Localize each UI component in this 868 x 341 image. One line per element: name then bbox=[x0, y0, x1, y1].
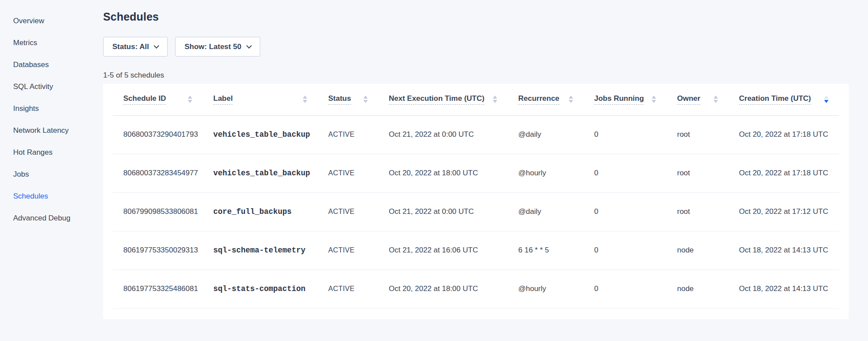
jobs-running-cell: 0 bbox=[584, 192, 667, 231]
schedule-id-cell: 806800373290401793 bbox=[113, 115, 203, 154]
page-title: Schedules bbox=[103, 11, 849, 23]
owner-cell: node bbox=[667, 231, 728, 270]
column-header-next-execution[interactable]: Next Execution Time (UTC) bbox=[389, 94, 497, 105]
main-content: Schedules Status: All Show: Latest 50 1-… bbox=[103, 0, 868, 341]
status-cell: ACTIVE bbox=[318, 231, 378, 270]
column-header-label[interactable]: Label bbox=[213, 94, 307, 105]
table-row: 806800373283454977 vehicles_table_backup… bbox=[113, 154, 839, 192]
next-execution-cell: Oct 21, 2022 at 0:00 UTC bbox=[378, 115, 508, 154]
jobs-running-cell: 0 bbox=[584, 154, 667, 192]
column-header-owner[interactable]: Owner bbox=[677, 94, 718, 105]
column-header-jobs-running[interactable]: Jobs Running bbox=[594, 94, 656, 105]
status-filter-dropdown[interactable]: Status: All bbox=[103, 37, 168, 57]
sidebar-item-hot-ranges[interactable]: Hot Ranges bbox=[13, 142, 103, 163]
creation-time-cell: Oct 20, 2022 at 17:18 UTC bbox=[728, 154, 839, 192]
schedule-label-cell: core_full_backups bbox=[203, 192, 318, 231]
column-header-status[interactable]: Status bbox=[328, 94, 368, 105]
sidebar-item-sql-activity[interactable]: SQL Activity bbox=[13, 76, 103, 98]
table-row: 806799098533806081 core_full_backups ACT… bbox=[113, 192, 839, 231]
owner-cell: root bbox=[667, 115, 728, 154]
column-header-recurrence[interactable]: Recurrence bbox=[518, 94, 573, 105]
creation-time-cell: Oct 18, 2022 at 14:13 UTC bbox=[728, 270, 839, 308]
sort-icon[interactable] bbox=[710, 96, 718, 103]
sidebar-item-insights[interactable]: Insights bbox=[13, 98, 103, 120]
next-execution-cell: Oct 20, 2022 at 18:00 UTC bbox=[378, 270, 508, 308]
filter-bar: Status: All Show: Latest 50 bbox=[103, 37, 849, 57]
sidebar-item-overview[interactable]: Overview bbox=[13, 10, 103, 32]
sidebar-item-jobs[interactable]: Jobs bbox=[13, 163, 103, 185]
recurrence-cell: @daily bbox=[508, 115, 584, 154]
schedule-label-cell: vehicles_table_backup bbox=[203, 154, 318, 192]
schedule-id-cell: 806197753350029313 bbox=[113, 231, 203, 270]
table-row: 806800373290401793 vehicles_table_backup… bbox=[113, 115, 839, 154]
sidebar-nav: Overview Metrics Databases SQL Activity … bbox=[0, 0, 103, 341]
show-filter-label: Show: Latest 50 bbox=[184, 43, 241, 51]
page: Overview Metrics Databases SQL Activity … bbox=[0, 0, 868, 341]
owner-cell: node bbox=[667, 270, 728, 308]
schedule-id-cell: 806800373283454977 bbox=[113, 154, 203, 192]
sidebar-item-network-latency[interactable]: Network Latency bbox=[13, 120, 103, 142]
schedule-id-cell: 806197753325486081 bbox=[113, 270, 203, 308]
column-header-creation-time[interactable]: Creation Time (UTC) bbox=[739, 94, 829, 105]
recurrence-cell: @daily bbox=[508, 192, 584, 231]
schedules-table: Schedule ID Label Status Next Execution … bbox=[113, 84, 839, 309]
sort-icon[interactable] bbox=[565, 96, 573, 103]
status-cell: ACTIVE bbox=[318, 270, 378, 308]
column-header-schedule-id[interactable]: Schedule ID bbox=[123, 94, 192, 105]
table-header-row: Schedule ID Label Status Next Execution … bbox=[113, 84, 839, 115]
owner-cell: root bbox=[667, 154, 728, 192]
schedule-label-cell: sql-stats-compaction bbox=[203, 270, 318, 308]
status-cell: ACTIVE bbox=[318, 115, 378, 154]
show-filter-dropdown[interactable]: Show: Latest 50 bbox=[175, 37, 260, 57]
sort-icon[interactable] bbox=[648, 96, 656, 103]
jobs-running-cell: 0 bbox=[584, 231, 667, 270]
chevron-down-icon bbox=[154, 43, 160, 49]
recurrence-cell: @hourly bbox=[508, 270, 584, 308]
sidebar-item-metrics[interactable]: Metrics bbox=[13, 32, 103, 54]
sidebar-item-databases[interactable]: Databases bbox=[13, 54, 103, 76]
status-cell: ACTIVE bbox=[318, 192, 378, 231]
sort-icon[interactable] bbox=[184, 96, 192, 103]
table-row: 806197753350029313 sql-schema-telemetry … bbox=[113, 231, 839, 270]
next-execution-cell: Oct 20, 2022 at 18:00 UTC bbox=[378, 154, 508, 192]
sort-icon[interactable] bbox=[489, 96, 497, 103]
owner-cell: root bbox=[667, 192, 728, 231]
next-execution-cell: Oct 21, 2022 at 0:00 UTC bbox=[378, 192, 508, 231]
sort-icon[interactable] bbox=[821, 96, 829, 103]
status-filter-label: Status: All bbox=[112, 43, 149, 51]
schedule-label-cell: sql-schema-telemetry bbox=[203, 231, 318, 270]
jobs-running-cell: 0 bbox=[584, 115, 667, 154]
table-row: 806197753325486081 sql-stats-compaction … bbox=[113, 270, 839, 308]
sidebar-item-schedules[interactable]: Schedules bbox=[13, 185, 103, 207]
results-count: 1-5 of 5 schedules bbox=[103, 71, 849, 80]
recurrence-cell: 6 16 * * 5 bbox=[508, 231, 584, 270]
recurrence-cell: @hourly bbox=[508, 154, 584, 192]
creation-time-cell: Oct 20, 2022 at 17:12 UTC bbox=[728, 192, 839, 231]
chevron-down-icon bbox=[246, 43, 252, 49]
schedule-id-cell: 806799098533806081 bbox=[113, 192, 203, 231]
schedule-label-cell: vehicles_table_backup bbox=[203, 115, 318, 154]
sidebar-item-advanced-debug[interactable]: Advanced Debug bbox=[13, 207, 103, 229]
status-cell: ACTIVE bbox=[318, 154, 378, 192]
sort-icon[interactable] bbox=[299, 96, 307, 103]
sort-icon[interactable] bbox=[360, 96, 368, 103]
next-execution-cell: Oct 21, 2022 at 16:06 UTC bbox=[378, 231, 508, 270]
jobs-running-cell: 0 bbox=[584, 270, 667, 308]
creation-time-cell: Oct 20, 2022 at 17:18 UTC bbox=[728, 115, 839, 154]
creation-time-cell: Oct 18, 2022 at 14:13 UTC bbox=[728, 231, 839, 270]
schedules-table-card: Schedule ID Label Status Next Execution … bbox=[103, 84, 849, 319]
